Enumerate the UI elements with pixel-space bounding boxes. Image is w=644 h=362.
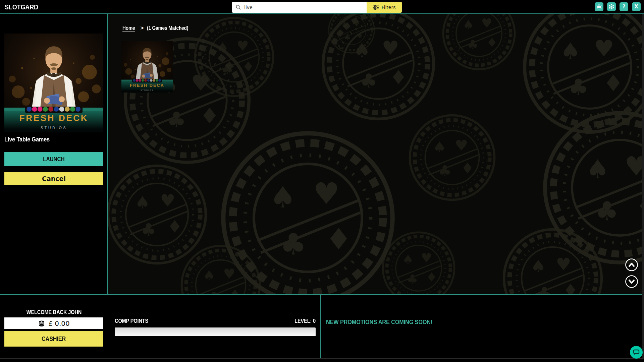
top-bar: SLOTGARD Filters <box>0 0 644 14</box>
game-tile-fresh-deck[interactable]: FRESH DECK STUDIOS <box>121 41 173 93</box>
top-icon-group: $ ? X <box>595 2 641 11</box>
comp-points-label: COMP POINTS <box>115 318 148 324</box>
scrollbar-track[interactable] <box>642 14 644 358</box>
app-logo: SLOTGARD <box>5 3 38 11</box>
coin-stack-icon: $ <box>38 320 45 327</box>
studio-name: FRESH DECK <box>4 113 103 123</box>
sidebar: FRESH DECK STUDIOS Live Table Games LAUN… <box>0 14 107 294</box>
promotions-message: NEW PROMOTIONS ARE COMING SOON! <box>326 318 432 326</box>
help-icon: ? <box>623 4 626 10</box>
scroll-up-button[interactable] <box>625 258 638 272</box>
cancel-button[interactable]: Cancel <box>4 172 103 185</box>
coins-button[interactable]: $ <box>595 2 603 11</box>
comp-points-row: COMP POINTS LEVEL: 0 <box>115 318 316 324</box>
svg-text:$: $ <box>41 320 42 322</box>
search-input[interactable] <box>244 5 363 10</box>
chat-bubble-icon <box>630 346 643 359</box>
balance-display: $ £ 0.00 <box>4 317 103 329</box>
breadcrumb-result-count: (1 Games Matched) <box>147 25 188 31</box>
breadcrumb-separator: > <box>141 25 144 31</box>
scroll-down-button[interactable] <box>625 275 638 288</box>
search-bar: Filters <box>232 2 402 13</box>
settings-button[interactable] <box>607 2 616 11</box>
filters-button[interactable]: Filters <box>367 2 402 13</box>
breadcrumb-home-link[interactable]: Home <box>122 25 135 32</box>
cashier-button[interactable]: CASHIER <box>4 331 103 347</box>
casino-chip-pattern <box>108 14 642 294</box>
filters-label: Filters <box>382 5 396 10</box>
close-icon: X <box>634 4 638 10</box>
chevron-down-icon <box>625 275 638 288</box>
studio-subtitle: STUDIOS <box>121 89 173 91</box>
game-title: Live Table Games <box>4 136 50 143</box>
balance-amount: £ 0.00 <box>48 319 70 327</box>
game-grid-area: Home > (1 Games Matched) FRESH DECK STUD… <box>108 14 642 294</box>
live-chat-button[interactable] <box>630 346 643 359</box>
level-label: LEVEL: 0 <box>294 318 316 324</box>
footer-divider <box>320 295 321 358</box>
search-field[interactable] <box>232 2 367 13</box>
help-button[interactable]: ? <box>620 2 628 11</box>
comp-points-progress-bar <box>115 327 316 336</box>
welcome-message: WELCOME BACK JOHN <box>8 309 101 316</box>
close-button[interactable]: X <box>632 2 641 11</box>
coins-icon: $ <box>596 4 602 10</box>
launch-button[interactable]: LAUNCH <box>4 152 103 166</box>
svg-text:$: $ <box>598 5 600 7</box>
breadcrumb: Home > (1 Games Matched) <box>122 25 195 32</box>
bottom-edge-line <box>0 358 644 359</box>
scroll-controls <box>625 258 638 288</box>
footer: WELCOME BACK JOHN $ £ 0.00 CASHIER COMP … <box>0 295 644 358</box>
settings-icon <box>608 4 614 10</box>
studio-name: FRESH DECK <box>121 83 173 88</box>
studio-subtitle: STUDIOS <box>4 126 103 130</box>
filters-icon <box>373 5 379 10</box>
chevron-up-icon <box>625 258 638 272</box>
selected-game-image: FRESH DECK STUDIOS <box>4 34 103 132</box>
casino-lobby: SLOTGARD Filters <box>0 0 644 362</box>
search-icon <box>235 4 241 10</box>
